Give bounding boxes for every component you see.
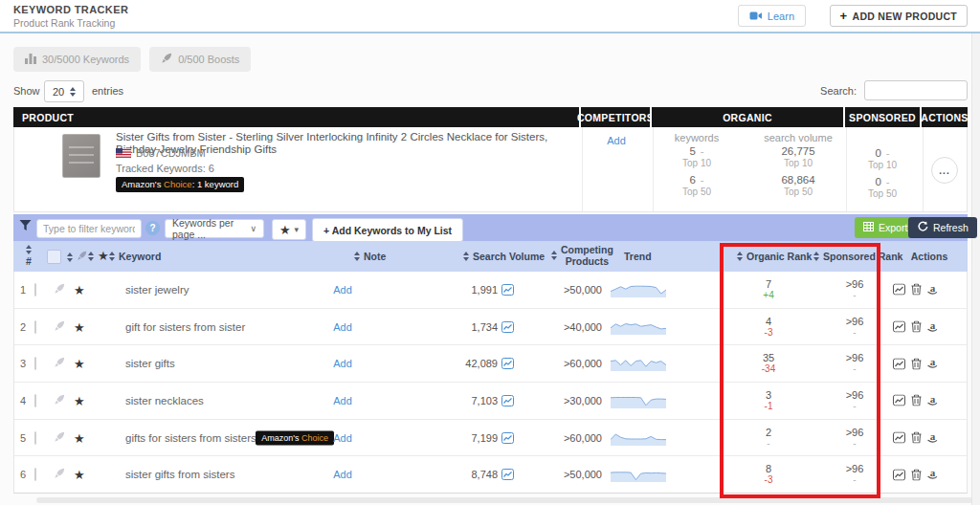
boost-rocket-icon[interactable] bbox=[54, 431, 65, 445]
keywords-table-header: # ★ Keyword Note Search Volume Competing… bbox=[13, 241, 968, 272]
row-checkbox[interactable] bbox=[34, 358, 36, 369]
keywords-per-page-select[interactable]: Keywords per page ... ∨ bbox=[165, 219, 264, 238]
boosts-quota-badge[interactable]: 0/500 Boosts bbox=[149, 47, 251, 72]
amazon-icon[interactable]: a bbox=[927, 469, 938, 481]
organic-keywords-top50: 6- bbox=[649, 174, 745, 186]
delete-trash-icon[interactable] bbox=[911, 395, 922, 406]
tier-label: Top 50 bbox=[844, 188, 921, 199]
page-subtitle: Product Rank Tracking bbox=[13, 17, 115, 29]
export-button[interactable]: Export bbox=[855, 217, 916, 238]
star-filter-dropdown[interactable]: ★ ▾ bbox=[272, 219, 306, 240]
favorite-star-icon[interactable]: ★ bbox=[74, 283, 85, 296]
sponsored-top50: 0- bbox=[844, 176, 921, 187]
add-note-link[interactable]: Add bbox=[322, 358, 364, 369]
boost-rocket-icon[interactable] bbox=[54, 283, 65, 296]
star-sort-header[interactable]: ★ bbox=[88, 250, 109, 262]
rank-history-chart-icon[interactable] bbox=[893, 358, 905, 369]
product-thumbnail[interactable] bbox=[62, 134, 100, 178]
favorite-star-icon[interactable]: ★ bbox=[74, 358, 85, 370]
rank-history-chart-icon[interactable] bbox=[893, 321, 905, 333]
row-checkbox[interactable] bbox=[34, 321, 36, 333]
rank-history-chart-icon[interactable] bbox=[893, 284, 905, 296]
row-checkbox[interactable] bbox=[34, 284, 36, 296]
refresh-button[interactable]: Refresh bbox=[908, 217, 977, 238]
amazon-icon[interactable]: a bbox=[927, 358, 938, 370]
search-volume-chart-icon[interactable] bbox=[501, 432, 514, 444]
note-sort-header[interactable]: Note bbox=[354, 251, 386, 262]
amazon-icon[interactable]: a bbox=[927, 431, 938, 444]
favorite-star-icon[interactable]: ★ bbox=[74, 431, 85, 444]
rank-history-chart-icon[interactable] bbox=[893, 395, 905, 406]
entries-label: entries bbox=[92, 85, 123, 97]
favorite-star-icon[interactable]: ★ bbox=[74, 469, 85, 481]
sponsored-rank-sort-header[interactable]: Sponsored Rank bbox=[813, 251, 902, 262]
row-checkbox[interactable] bbox=[34, 469, 36, 480]
search-volume-chart-icon[interactable] bbox=[501, 284, 514, 296]
keyword-text: sister jewelry bbox=[125, 284, 189, 296]
search-volume-value: 7,199 bbox=[471, 432, 498, 444]
competing-products-sort-header[interactable]: CompetingProducts bbox=[551, 244, 613, 267]
search-volume-cell: 1,734 bbox=[471, 321, 514, 333]
product-asin[interactable]: B087CDJMBM bbox=[136, 147, 206, 159]
add-competitor-link[interactable]: Add bbox=[597, 135, 635, 146]
amazon-icon[interactable]: a bbox=[927, 320, 938, 333]
add-note-link[interactable]: Add bbox=[322, 284, 364, 296]
add-note-link[interactable]: Add bbox=[322, 432, 364, 444]
delete-trash-icon[interactable] bbox=[911, 321, 922, 333]
add-note-link[interactable]: Add bbox=[322, 469, 364, 480]
page-size-select[interactable]: 20 bbox=[44, 80, 84, 102]
search-volume-cell: 42,089 bbox=[465, 358, 514, 369]
search-volume-value: 7,103 bbox=[471, 395, 498, 406]
organic-column-header: ORGANIC bbox=[652, 107, 843, 127]
help-icon[interactable]: ? bbox=[145, 221, 160, 235]
keyword-filter-input[interactable] bbox=[36, 219, 142, 238]
boost-rocket-icon[interactable] bbox=[54, 394, 65, 407]
delete-trash-icon[interactable] bbox=[911, 358, 922, 369]
table-row: 2 ★ gift for sisters from sister Add 1,7… bbox=[14, 309, 967, 346]
num-header[interactable]: # bbox=[26, 245, 32, 267]
column-divider bbox=[582, 127, 583, 211]
search-input[interactable] bbox=[864, 80, 968, 100]
boost-rocket-icon[interactable] bbox=[54, 468, 65, 481]
favorite-star-icon[interactable]: ★ bbox=[74, 394, 85, 406]
row-number: 3 bbox=[14, 358, 32, 369]
row-actions: a bbox=[893, 320, 938, 333]
add-note-link[interactable]: Add bbox=[322, 395, 364, 406]
keywords-quota-badge[interactable]: 30/5000 Keywords bbox=[13, 47, 141, 72]
organic-rank-sort-header[interactable]: Organic Rank bbox=[737, 251, 812, 262]
horizontal-scrollbar[interactable] bbox=[36, 497, 973, 503]
boost-rocket-icon[interactable] bbox=[54, 357, 65, 370]
row-actions: a bbox=[893, 431, 938, 444]
learn-button[interactable]: Learn bbox=[738, 5, 806, 27]
amazon-icon[interactable]: a bbox=[927, 283, 938, 296]
vertical-scrollbar[interactable] bbox=[971, 0, 980, 505]
add-keywords-button[interactable]: + Add Keywords to My List bbox=[312, 218, 463, 242]
row-checkbox[interactable] bbox=[34, 395, 36, 406]
amazon-icon[interactable]: a bbox=[927, 394, 938, 406]
select-all-checkbox[interactable] bbox=[47, 250, 61, 264]
search-volume-chart-icon[interactable] bbox=[501, 321, 514, 333]
organic-rank-cell: 3 -1 bbox=[728, 389, 809, 412]
organic-rank-cell: 8 -3 bbox=[728, 463, 809, 486]
add-note-link[interactable]: Add bbox=[322, 321, 364, 333]
add-new-product-button[interactable]: + ADD NEW PRODUCT bbox=[830, 5, 968, 27]
rank-history-chart-icon[interactable] bbox=[893, 469, 905, 480]
search-volume-sort-header[interactable]: Search Volume bbox=[463, 251, 545, 262]
delete-trash-icon[interactable] bbox=[911, 469, 922, 480]
delete-trash-icon[interactable] bbox=[911, 284, 922, 296]
column-divider bbox=[923, 127, 924, 211]
rank-history-chart-icon[interactable] bbox=[893, 432, 905, 444]
boost-rocket-icon[interactable] bbox=[54, 320, 65, 334]
trend-sparkline bbox=[611, 319, 666, 335]
row-checkbox[interactable] bbox=[34, 432, 36, 444]
search-volume-chart-icon[interactable] bbox=[501, 395, 514, 406]
organic-keywords-top10: 5- bbox=[649, 145, 745, 157]
sort-arrows-icon bbox=[813, 252, 819, 261]
keyword-sort-header[interactable]: Keyword bbox=[109, 251, 161, 262]
search-volume-chart-icon[interactable] bbox=[501, 358, 514, 369]
boost-sort-header[interactable] bbox=[67, 251, 87, 263]
delete-trash-icon[interactable] bbox=[911, 432, 922, 444]
favorite-star-icon[interactable]: ★ bbox=[74, 320, 85, 333]
search-volume-chart-icon[interactable] bbox=[501, 469, 514, 480]
product-more-actions-button[interactable]: ... bbox=[931, 157, 958, 184]
